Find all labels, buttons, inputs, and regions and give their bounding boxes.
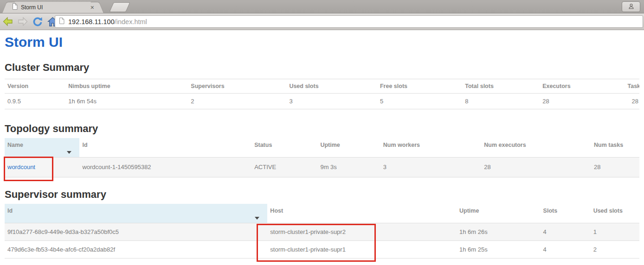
topology-summary-heading: Topology summary bbox=[5, 123, 639, 134]
cell-supervisor-id: 479d6c3e-fb53-4b4e-afc6-cf20a2dab82f bbox=[5, 241, 267, 259]
url-host: 192.168.11.100 bbox=[68, 18, 115, 25]
new-tab-button[interactable] bbox=[109, 2, 130, 12]
topology-header-row: Name Id Status Uptime Num workers Num ex… bbox=[5, 138, 639, 158]
cell-total-slots: 8 bbox=[462, 94, 540, 109]
supervisor-summary-heading: Supervisor summary bbox=[5, 189, 639, 200]
cluster-summary-table: Version Nimbus uptime Supervisors Used s… bbox=[5, 79, 639, 109]
cell-tasks: 28 bbox=[625, 94, 639, 109]
cell-slots: 4 bbox=[541, 223, 591, 241]
col-total-slots: Total slots bbox=[462, 79, 540, 94]
cell-used-slots: 3 bbox=[286, 94, 377, 109]
col-free-slots: Free slots bbox=[377, 79, 462, 94]
cell-topology-id: wordcount-1-1450595382 bbox=[79, 158, 251, 177]
cell-version: 0.9.5 bbox=[5, 94, 65, 109]
tab-title: Storm UI bbox=[21, 4, 89, 11]
col-supervisor-uptime[interactable]: Uptime bbox=[457, 204, 541, 223]
col-num-workers[interactable]: Num workers bbox=[380, 138, 482, 158]
topology-row: wordcount wordcount-1-1450595382 ACTIVE … bbox=[5, 158, 639, 177]
url-text: 192.168.11.100/index.html bbox=[68, 18, 147, 25]
col-num-tasks[interactable]: Num tasks bbox=[591, 138, 639, 158]
annotation-box-topology-name bbox=[4, 157, 53, 181]
page-title[interactable]: Storm UI bbox=[5, 34, 639, 50]
col-slots[interactable]: Slots bbox=[541, 204, 591, 223]
cell-supervisors: 2 bbox=[188, 94, 286, 109]
annotation-box-host-column bbox=[257, 224, 376, 262]
reload-button[interactable] bbox=[31, 15, 45, 28]
topology-summary-table: Name Id Status Uptime Num workers Num ex… bbox=[5, 138, 639, 177]
cluster-header-row: Version Nimbus uptime Supervisors Used s… bbox=[5, 79, 639, 94]
url-path: /index.html bbox=[115, 18, 147, 25]
cell-used-slots: 1 bbox=[591, 223, 639, 241]
cell-nimbus-uptime: 1h 6m 54s bbox=[65, 94, 188, 109]
col-topology-name[interactable]: Name bbox=[5, 138, 79, 158]
profile-button[interactable] bbox=[622, 1, 640, 12]
cell-num-tasks: 28 bbox=[591, 158, 639, 177]
url-bar[interactable]: 192.168.11.100/index.html bbox=[55, 15, 643, 28]
col-topology-status[interactable]: Status bbox=[251, 138, 317, 158]
col-used-slots[interactable]: Used slots bbox=[591, 204, 639, 223]
cell-supervisor-uptime: 1h 6m 26s bbox=[457, 223, 541, 241]
col-executors: Executors bbox=[540, 79, 625, 94]
tab-close-icon[interactable]: × bbox=[89, 4, 96, 11]
cell-supervisor-uptime: 1h 6m 25s bbox=[457, 241, 541, 259]
browser-toolbar: 192.168.11.100/index.html bbox=[0, 13, 644, 30]
col-used-slots: Used slots bbox=[286, 79, 377, 94]
sort-desc-icon bbox=[67, 151, 71, 154]
cluster-summary-heading: Cluster Summary bbox=[5, 62, 639, 73]
forward-button[interactable] bbox=[16, 15, 30, 28]
cluster-data-row: 0.9.5 1h 6m 54s 2 3 5 8 28 28 bbox=[5, 94, 639, 109]
url-page-icon bbox=[59, 18, 64, 26]
cell-slots: 4 bbox=[541, 241, 591, 259]
col-num-executors[interactable]: Num executors bbox=[481, 138, 591, 158]
col-supervisors: Supervisors bbox=[188, 79, 286, 94]
cell-topology-status: ACTIVE bbox=[251, 158, 317, 177]
cell-supervisor-id: 9f10a277-68c9-449e-9d3a-b327a50bf0c5 bbox=[5, 223, 267, 241]
browser-tab[interactable]: Storm UI × bbox=[8, 2, 97, 13]
cell-used-slots: 2 bbox=[591, 241, 639, 259]
col-supervisor-id[interactable]: Id bbox=[5, 204, 267, 223]
cell-num-executors: 28 bbox=[481, 158, 591, 177]
supervisor-header-row: Id Host Uptime Slots Used slots bbox=[5, 204, 639, 223]
browser-tabstrip: Storm UI × bbox=[0, 0, 644, 13]
cell-topology-uptime: 9m 3s bbox=[317, 158, 380, 177]
reload-icon bbox=[32, 17, 43, 27]
col-version: Version bbox=[5, 79, 65, 94]
col-tasks: Tasks bbox=[625, 79, 639, 94]
cell-free-slots: 5 bbox=[377, 94, 462, 109]
col-host[interactable]: Host bbox=[267, 204, 457, 223]
forward-arrow-icon bbox=[17, 17, 28, 27]
sort-desc-icon bbox=[255, 217, 259, 220]
profile-icon bbox=[628, 3, 634, 11]
col-topology-id[interactable]: Id bbox=[79, 138, 251, 158]
cell-executors: 28 bbox=[540, 94, 625, 109]
col-topology-uptime[interactable]: Uptime bbox=[317, 138, 380, 158]
back-button[interactable] bbox=[1, 15, 15, 28]
back-arrow-icon bbox=[2, 17, 13, 27]
col-nimbus-uptime: Nimbus uptime bbox=[65, 79, 188, 94]
cell-num-workers: 3 bbox=[380, 158, 482, 177]
page-favicon-icon bbox=[12, 3, 18, 12]
